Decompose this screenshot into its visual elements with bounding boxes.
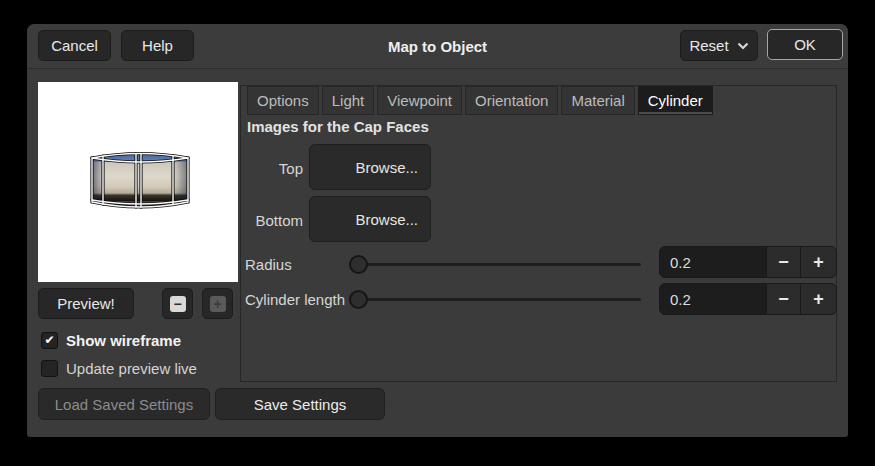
preview-button[interactable]: Preview! xyxy=(38,288,134,319)
radius-decrement-button[interactable]: − xyxy=(766,247,800,277)
update-preview-live-checkbox[interactable] xyxy=(41,360,58,377)
tab-bar: Options Light Viewpoint Orientation Mate… xyxy=(247,86,713,115)
cancel-button-label: Cancel xyxy=(51,37,98,54)
show-wireframe-checkbox[interactable]: ✔ xyxy=(41,332,58,349)
cylinder-length-spinbox: 0.2 − + xyxy=(659,283,837,315)
load-saved-settings-button: Load Saved Settings xyxy=(38,388,210,420)
tab-material[interactable]: Material xyxy=(561,86,634,115)
zoom-in-button: + xyxy=(202,288,233,319)
radius-spinbox: 0.2 − + xyxy=(659,246,837,278)
cancel-button[interactable]: Cancel xyxy=(38,30,111,61)
top-label: Top xyxy=(241,160,303,177)
minus-icon: − xyxy=(778,289,789,310)
radius-slider-track[interactable] xyxy=(349,263,641,266)
plus-icon: + xyxy=(813,252,824,273)
help-button[interactable]: Help xyxy=(121,30,194,61)
tab-cylinder-label: Cylinder xyxy=(648,92,703,109)
zoom-out-button[interactable]: − xyxy=(162,288,193,319)
tab-material-label: Material xyxy=(571,92,624,109)
tab-viewpoint-label: Viewpoint xyxy=(387,92,452,109)
help-button-label: Help xyxy=(142,37,173,54)
tab-orientation[interactable]: Orientation xyxy=(465,86,558,115)
tab-cylinder[interactable]: Cylinder xyxy=(638,86,713,115)
update-preview-live-row: Update preview live xyxy=(41,359,197,377)
dialog-header: Cancel Help Map to Object Reset OK xyxy=(27,24,848,69)
preview-area[interactable] xyxy=(38,82,238,282)
tab-options[interactable]: Options xyxy=(247,86,319,115)
checkmark-icon: ✔ xyxy=(44,333,54,347)
reset-button-label: Reset xyxy=(689,37,728,54)
chevron-down-icon xyxy=(737,42,749,50)
cylinder-preview-image xyxy=(90,149,190,213)
radius-value-field[interactable]: 0.2 xyxy=(660,247,766,277)
zoom-in-icon: + xyxy=(210,296,226,312)
cylinder-length-value-field[interactable]: 0.2 xyxy=(660,284,766,314)
ok-button[interactable]: OK xyxy=(767,29,843,60)
tab-light-label: Light xyxy=(332,92,365,109)
minus-icon: − xyxy=(778,252,789,273)
tab-viewpoint[interactable]: Viewpoint xyxy=(377,86,462,115)
browse-top-button[interactable]: Browse... xyxy=(309,144,431,190)
show-wireframe-row: ✔ Show wireframe xyxy=(41,331,181,349)
settings-notebook: Options Light Viewpoint Orientation Mate… xyxy=(240,85,837,382)
browse-top-label: Browse... xyxy=(355,159,418,176)
cylinder-length-decrement-button[interactable]: − xyxy=(766,284,800,314)
zoom-out-icon: − xyxy=(170,296,186,312)
tab-light[interactable]: Light xyxy=(322,86,375,115)
radius-increment-button[interactable]: + xyxy=(800,247,836,277)
preview-button-label: Preview! xyxy=(57,295,115,312)
update-preview-live-label: Update preview live xyxy=(66,360,197,377)
load-saved-settings-label: Load Saved Settings xyxy=(55,396,193,413)
cylinder-length-increment-button[interactable]: + xyxy=(800,284,836,314)
cylinder-length-slider-handle[interactable] xyxy=(349,290,368,309)
cylinder-length-slider-track[interactable] xyxy=(349,298,641,301)
plus-icon: + xyxy=(813,289,824,310)
save-settings-label: Save Settings xyxy=(254,396,347,413)
ok-button-label: OK xyxy=(794,36,816,53)
radius-slider-handle[interactable] xyxy=(349,255,368,274)
browse-bottom-button[interactable]: Browse... xyxy=(309,196,431,242)
save-settings-button[interactable]: Save Settings xyxy=(215,388,385,420)
show-wireframe-label: Show wireframe xyxy=(66,332,181,349)
tab-options-label: Options xyxy=(257,92,309,109)
radius-label: Radius xyxy=(245,256,292,273)
reset-button[interactable]: Reset xyxy=(680,30,758,61)
browse-bottom-label: Browse... xyxy=(355,211,418,228)
bottom-label: Bottom xyxy=(241,212,303,229)
cap-faces-heading: Images for the Cap Faces xyxy=(247,118,429,135)
map-to-object-dialog: Cancel Help Map to Object Reset OK xyxy=(27,24,848,437)
cylinder-length-label: Cylinder length xyxy=(245,291,345,308)
tab-orientation-label: Orientation xyxy=(475,92,548,109)
